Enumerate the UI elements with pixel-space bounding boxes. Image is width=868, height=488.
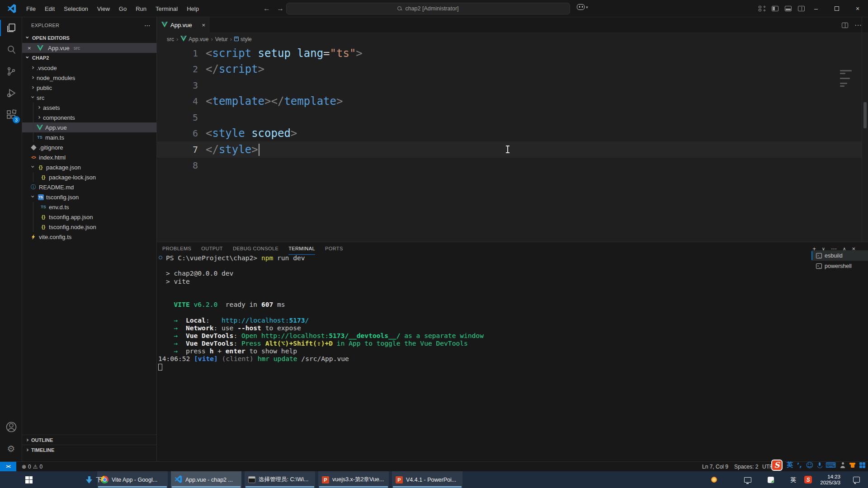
remote-indicator[interactable]: >< (0, 462, 16, 471)
tree-item-app-vue[interactable]: App.vue (22, 122, 156, 132)
microphone-icon[interactable] (817, 462, 821, 468)
timeline-section[interactable]: › TIMELINE (22, 445, 156, 455)
ime-language-toggle[interactable]: 英 (787, 461, 793, 469)
panel-tab-ports[interactable]: PORTS (325, 242, 343, 255)
menu-run[interactable]: Run (131, 5, 151, 12)
nav-back-icon[interactable]: ← (263, 5, 270, 13)
close-button[interactable]: × (847, 0, 868, 17)
command-center-search[interactable]: chap2 [Administrator] (286, 3, 570, 14)
copilot-button[interactable]: ▾ (577, 4, 588, 10)
tree-item-tsconfig-json[interactable]: ›TStsconfig.json (22, 192, 156, 202)
tree-item-env-d-ts[interactable]: TSenv.d.ts (22, 202, 156, 212)
account-icon[interactable] (0, 416, 22, 438)
search-activity-icon[interactable] (0, 39, 22, 61)
tree-item-package-json[interactable]: ›{}package.json (22, 162, 156, 172)
menu-terminal[interactable]: Terminal (151, 5, 182, 12)
settings-gear-icon[interactable]: ⚙ (0, 438, 22, 460)
account-person-icon[interactable] (840, 462, 845, 468)
editor-more-actions-icon[interactable]: ⋯ (854, 21, 862, 29)
code-line-5[interactable]: 5 (157, 109, 862, 126)
terminal-output[interactable]: PS C:\vueProject\chap2> npm run dev> cha… (158, 254, 811, 461)
tree-item-readme-md[interactable]: ⓘREADME.md (22, 182, 156, 192)
explorer-activity-icon[interactable] (0, 17, 22, 39)
toggle-secondary-sidebar-icon[interactable] (798, 6, 805, 11)
menu-view[interactable]: View (93, 5, 114, 12)
outline-section[interactable]: › OUTLINE (22, 435, 156, 445)
explorer-more-actions-icon[interactable]: ⋯ (144, 22, 151, 29)
menu-go[interactable]: Go (114, 5, 131, 12)
skin-icon[interactable] (849, 463, 855, 468)
code-line-3[interactable]: 3 (157, 77, 862, 94)
tree-item--vscode[interactable]: ›.vscode (22, 63, 156, 73)
terminal-instance-esbuild[interactable]: >_esbuild (811, 250, 868, 261)
menu-selection[interactable]: Selection (59, 5, 92, 12)
source-control-icon[interactable] (0, 61, 22, 82)
tree-item-vite-config-ts[interactable]: vite.config.ts (22, 232, 156, 242)
toggle-sidebar-icon[interactable] (772, 6, 778, 11)
tree-item-tsconfig-node-json[interactable]: {}tsconfig.node.json (22, 222, 156, 232)
toggle-panel-icon[interactable] (785, 6, 792, 11)
menu-edit[interactable]: Edit (40, 5, 59, 12)
close-icon[interactable]: × (28, 45, 34, 52)
code-line-1[interactable]: 1<script setup lang="ts"> (157, 45, 862, 61)
breadcrumb-app.vue[interactable]: App.vue (180, 36, 208, 43)
run-debug-icon[interactable] (0, 82, 22, 104)
open-editor-item[interactable]: × App.vue src (22, 43, 156, 53)
taskbar-task-ppt[interactable]: Pvuejs3.x-第2章Vue... (318, 471, 389, 488)
menu-help[interactable]: Help (182, 5, 203, 12)
command-decoration-icon[interactable] (159, 256, 162, 259)
indentation-status[interactable]: Spaces: 2 (734, 462, 758, 471)
sogou-logo-icon[interactable]: S (771, 460, 783, 471)
tree-item-main-ts[interactable]: TSmain.ts (22, 132, 156, 142)
breadcrumb-style[interactable]: style (234, 36, 252, 42)
panel-tab-problems[interactable]: PROBLEMS (162, 242, 191, 255)
restore-button[interactable] (826, 0, 847, 17)
customize-layout-icon[interactable] (759, 6, 765, 11)
cursor-position-status[interactable]: Ln 7, Col 9 (702, 462, 728, 471)
extensions-icon[interactable]: 3 (0, 104, 22, 126)
tree-item-index-html[interactable]: <>index.html (22, 152, 156, 162)
tree-item-package-lock-json[interactable]: {}package-lock.json (22, 172, 156, 182)
code-line-4[interactable]: 4<template></template> (157, 94, 862, 110)
tree-item-assets[interactable]: ›assets (22, 103, 156, 113)
ime-language-indicator[interactable]: 英 (790, 476, 796, 484)
start-button[interactable] (20, 471, 38, 488)
breadcrumb-vetur[interactable]: Vetur (215, 36, 228, 42)
network-display-icon[interactable] (744, 477, 751, 483)
taskbar-task-cmd[interactable]: 选择管理员: C:\Wi... (245, 471, 315, 488)
ime-punctuation-toggle[interactable]: ’, (797, 461, 802, 469)
minimize-button[interactable]: – (806, 0, 826, 17)
code-line-6[interactable]: 6<style scoped> (157, 126, 862, 142)
tree-item--gitignore[interactable]: .gitignore (22, 142, 156, 152)
tree-item-node-modules[interactable]: ›node_modules (22, 73, 156, 83)
panel-tab-output[interactable]: OUTPUT (201, 242, 223, 255)
menu-file[interactable]: File (22, 5, 40, 12)
toolbox-grid-icon[interactable] (859, 462, 865, 468)
tray-app-icon[interactable] (711, 477, 717, 483)
taskbar-task-chrome[interactable]: Vite App - Googl... (97, 471, 168, 488)
terminal-instance-powershell[interactable]: >_powershell (811, 261, 868, 271)
mouse-utility-icon[interactable] (768, 477, 774, 483)
tree-item-public[interactable]: ›public (22, 83, 156, 93)
project-root-chap2[interactable]: › CHAP2 (22, 53, 156, 63)
tree-item-tsconfig-app-json[interactable]: {}tsconfig.app.json (22, 212, 156, 222)
tab-app-vue[interactable]: App.vue × (157, 17, 209, 33)
panel-tab-debug-console[interactable]: DEBUG CONSOLE (233, 242, 278, 255)
code-line-8[interactable]: 8 (157, 158, 862, 174)
open-editors-section[interactable]: › OPEN EDITORS (22, 33, 156, 43)
tree-item-src[interactable]: ›src (22, 93, 156, 103)
taskbar-task-ppt[interactable]: PV4.4.1 - PowerPoi... (392, 471, 462, 488)
tree-item-components[interactable]: ›components (22, 113, 156, 122)
nav-forward-icon[interactable]: → (277, 5, 284, 13)
code-line-2[interactable]: 2</script> (157, 61, 862, 78)
notification-center-icon[interactable] (853, 477, 860, 483)
taskbar-clock[interactable]: 14:23 2025/3/3 (820, 474, 840, 486)
taskbar-task-vscode[interactable]: App.vue - chap2 ... (171, 471, 241, 488)
breadcrumb-src[interactable]: src (167, 36, 174, 42)
split-editor-icon[interactable] (842, 23, 848, 28)
sogou-tray-icon[interactable]: S (804, 476, 812, 483)
problems-status[interactable]: ⊗ 0 ⚠ 0 (22, 462, 42, 471)
emoji-icon[interactable]: ☺ (806, 461, 814, 469)
scrollbar-thumb[interactable] (863, 102, 867, 128)
panel-tab-terminal[interactable]: TERMINAL (288, 242, 315, 255)
